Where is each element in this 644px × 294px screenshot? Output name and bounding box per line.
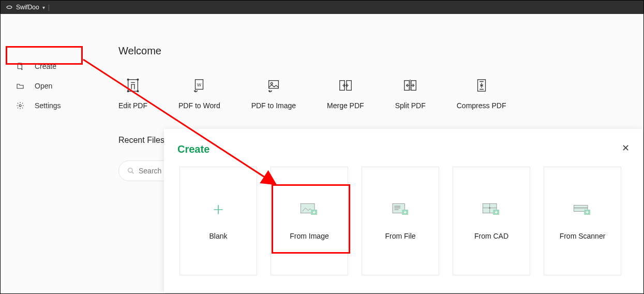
- create-card-label: From File: [385, 232, 415, 240]
- sidebar: Create Open Settings: [1, 14, 104, 293]
- image-plus-icon: [299, 202, 320, 217]
- sidebar-item-label: Create: [35, 62, 56, 70]
- svg-point-10: [271, 82, 273, 84]
- app-name: SwifDoo: [16, 4, 39, 11]
- svg-rect-0: [18, 63, 22, 69]
- app-menu-caret-icon[interactable]: ▾: [42, 5, 45, 10]
- cad-plus-icon: [481, 202, 502, 217]
- pdf-to-image-icon: [266, 78, 281, 93]
- search-icon: [127, 167, 134, 174]
- file-plus-icon: [390, 202, 411, 217]
- create-card-from-cad[interactable]: From CAD: [453, 167, 530, 275]
- create-card-label: Blank: [209, 232, 227, 240]
- sidebar-item-create[interactable]: Create: [1, 56, 104, 76]
- action-merge-pdf[interactable]: Merge PDF: [327, 78, 364, 110]
- sidebar-item-label: Settings: [35, 101, 61, 110]
- svg-rect-9: [268, 81, 278, 89]
- svg-point-16: [128, 168, 132, 172]
- split-pdf-icon: [402, 78, 418, 93]
- compress-pdf-icon: [474, 78, 489, 93]
- action-label: Edit PDF: [118, 101, 147, 110]
- action-compress-pdf[interactable]: Compress PDF: [457, 78, 506, 110]
- action-split-pdf[interactable]: Split PDF: [395, 78, 426, 110]
- titlebar: SwifDoo ▾ |: [1, 1, 643, 14]
- titlebar-divider: |: [48, 4, 50, 11]
- create-card-from-file[interactable]: From File: [362, 167, 439, 275]
- action-pdf-to-image[interactable]: PDF to Image: [251, 78, 296, 110]
- merge-pdf-icon: [338, 78, 353, 93]
- create-card-blank[interactable]: Blank: [179, 167, 257, 275]
- create-icon: [16, 62, 24, 70]
- action-label: Split PDF: [395, 101, 426, 110]
- create-panel-title: Create: [177, 143, 209, 155]
- edit-pdf-icon: [125, 78, 141, 93]
- sidebar-item-open[interactable]: Open: [1, 76, 104, 96]
- svg-point-1: [19, 105, 21, 107]
- action-label: Merge PDF: [327, 101, 364, 110]
- action-edit-pdf[interactable]: Edit PDF: [118, 78, 147, 110]
- create-card-from-scanner[interactable]: From Scanner: [544, 167, 621, 275]
- folder-icon: [16, 82, 24, 90]
- scanner-plus-icon: [572, 202, 593, 217]
- action-pdf-to-word[interactable]: W PDF to Word: [178, 78, 220, 110]
- create-card-label: From Scanner: [560, 232, 606, 240]
- pdf-to-word-icon: W: [191, 78, 207, 93]
- sidebar-item-settings[interactable]: Settings: [1, 96, 104, 115]
- gear-icon: [16, 101, 24, 110]
- action-label: PDF to Word: [178, 101, 220, 110]
- close-icon[interactable]: ✕: [622, 143, 630, 153]
- page-title: Welcome: [118, 45, 643, 57]
- create-card-label: From Image: [290, 232, 328, 240]
- create-panel: Create ✕ Blank From Image: [164, 129, 643, 292]
- create-card-label: From CAD: [474, 232, 508, 240]
- svg-rect-2: [128, 80, 138, 92]
- plus-icon: [208, 202, 229, 217]
- svg-point-22: [489, 207, 490, 209]
- action-label: Compress PDF: [457, 101, 506, 110]
- quick-actions: Edit PDF W PDF to Word PD: [118, 78, 643, 110]
- create-card-from-image[interactable]: From Image: [271, 167, 348, 275]
- svg-text:W: W: [197, 82, 201, 87]
- sidebar-item-label: Open: [35, 82, 52, 90]
- app-logo-icon: [6, 4, 13, 11]
- action-label: PDF to Image: [251, 101, 296, 110]
